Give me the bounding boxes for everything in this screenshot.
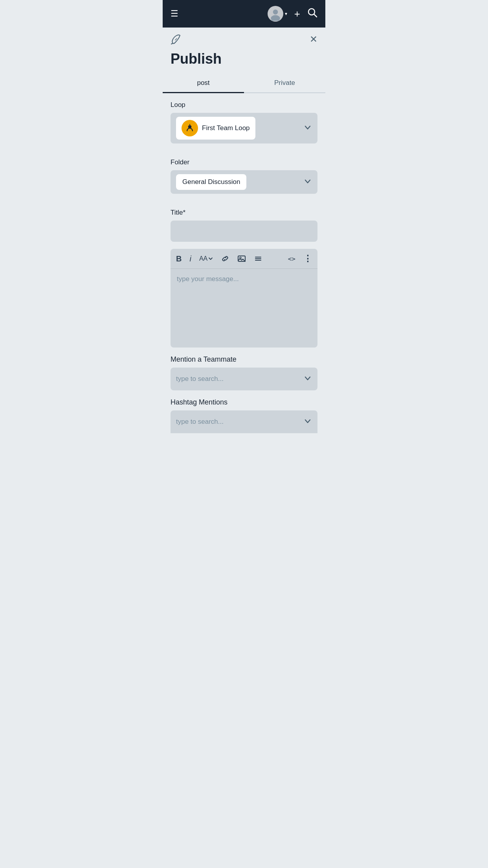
search-icon[interactable] [307, 7, 317, 20]
editor-toolbar: B i AA [171, 249, 317, 269]
loop-label: Loop [171, 101, 317, 109]
mention-section: Mention a Teammate type to search... [163, 348, 325, 390]
add-button[interactable]: + [294, 9, 300, 19]
tab-post[interactable]: post [163, 74, 244, 92]
bold-button[interactable]: B [176, 254, 182, 263]
loop-dropdown[interactable]: First Team Loop [171, 113, 317, 143]
folder-dropdown-chevron-icon [303, 177, 312, 188]
compose-icon [171, 34, 317, 48]
font-size-button[interactable]: AA [199, 255, 213, 262]
editor-placeholder: type your message... [177, 275, 239, 283]
hashtag-label: Hashtag Mentions [171, 398, 317, 406]
hashtag-search-dropdown[interactable]: type to search... [171, 410, 317, 433]
link-button[interactable] [221, 254, 229, 263]
mention-search-dropdown[interactable]: type to search... [171, 368, 317, 390]
hashtag-section: Hashtag Mentions type to search... [163, 390, 325, 433]
close-button[interactable]: ✕ [310, 34, 317, 45]
more-options-button[interactable]: ⋮ [303, 254, 312, 264]
folder-chip: General Discussion [176, 174, 246, 190]
folder-label: Folder [171, 158, 317, 166]
svg-point-1 [273, 9, 278, 15]
folder-dropdown[interactable]: General Discussion [171, 170, 317, 194]
folder-section: Folder General Discussion [163, 151, 325, 194]
header-area: ✕ Publish [163, 28, 325, 67]
code-button[interactable]: <> [288, 255, 295, 263]
title-input[interactable] [171, 221, 317, 242]
list-button[interactable] [254, 254, 262, 263]
user-avatar-button[interactable]: ▾ [268, 6, 287, 22]
editor-container: B i AA [171, 249, 317, 348]
editor-body[interactable]: type your message... [171, 269, 317, 348]
loop-dropdown-chevron-icon [303, 123, 312, 134]
tabs-container: post Private [163, 74, 325, 93]
italic-button[interactable]: i [189, 254, 191, 263]
mention-label: Mention a Teammate [171, 355, 317, 364]
main-content: ✕ Publish post Private Loop First Team L… [163, 28, 325, 433]
title-section: Title* [163, 201, 325, 242]
loop-section: Loop First Team Loop [163, 93, 325, 143]
nav-left: ☰ [171, 9, 178, 19]
loop-selected-name: First Team Loop [202, 124, 250, 132]
image-button[interactable] [237, 254, 246, 263]
page-title: Publish [171, 51, 317, 67]
title-label: Title* [171, 209, 317, 217]
top-nav: ☰ ▾ + [163, 0, 325, 28]
hamburger-menu-icon[interactable]: ☰ [171, 9, 178, 19]
mention-dropdown-chevron-icon [303, 374, 312, 384]
loop-icon-badge [182, 120, 198, 136]
svg-line-4 [314, 14, 317, 17]
avatar [268, 6, 283, 22]
avatar-caret-icon: ▾ [285, 11, 287, 17]
loop-chip: First Team Loop [176, 117, 255, 140]
nav-right: ▾ + [268, 6, 317, 22]
hashtag-search-placeholder: type to search... [176, 418, 224, 426]
hashtag-dropdown-chevron-icon [303, 417, 312, 427]
folder-selected-name: General Discussion [182, 178, 240, 186]
tab-private[interactable]: Private [244, 74, 325, 92]
mention-search-placeholder: type to search... [176, 375, 224, 383]
